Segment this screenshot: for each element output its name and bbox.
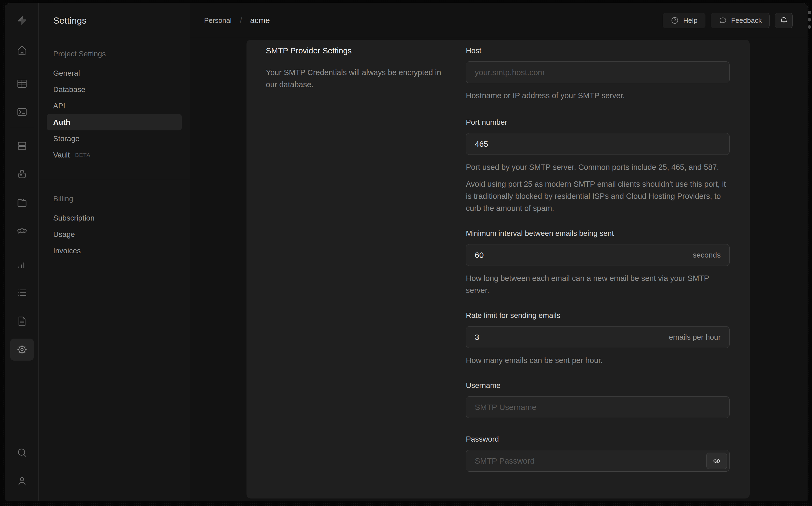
rate-limit-input[interactable]	[475, 327, 664, 348]
nav-divider	[39, 179, 190, 179]
port-input-shell	[466, 133, 730, 155]
username-label: Username	[466, 380, 730, 391]
storage-icon[interactable]	[16, 196, 28, 209]
password-field-group: Password	[466, 434, 730, 472]
interval-input[interactable]	[475, 244, 687, 266]
sidebar-item-database[interactable]: Database	[39, 81, 190, 98]
search-icon[interactable]	[16, 446, 28, 459]
beta-badge: BETA	[75, 147, 90, 163]
sidebar-item-usage[interactable]: Usage	[39, 226, 190, 243]
logs-icon[interactable]	[16, 286, 28, 299]
help-circle-icon	[670, 16, 679, 25]
port-field-group: Port number Port used by your SMTP serve…	[466, 117, 730, 215]
breadcrumb-project[interactable]: acme	[250, 16, 270, 25]
icon-rail	[5, 3, 39, 501]
host-help: Hostname or IP address of your SMTP serv…	[466, 90, 730, 102]
rail-divider	[10, 247, 34, 247]
username-input-shell	[466, 396, 730, 418]
page-title: Settings	[53, 15, 86, 26]
password-input[interactable]	[475, 450, 721, 472]
help-button[interactable]: Help	[663, 13, 705, 28]
nav-section-project-settings: Project Settings	[39, 48, 190, 60]
settings-sidebar: Settings Project Settings General Databa…	[39, 3, 190, 501]
interval-label: Minimum interval between emails being se…	[466, 228, 730, 239]
header-actions: Help Feedback	[663, 13, 793, 28]
host-input[interactable]	[475, 62, 721, 83]
auth-icon[interactable]	[16, 168, 28, 181]
rate-limit-unit: emails per hour	[664, 333, 721, 342]
host-input-shell	[466, 62, 730, 83]
reveal-password-button[interactable]	[707, 452, 727, 469]
app-window: Settings Project Settings General Databa…	[5, 3, 808, 501]
home-icon[interactable]	[16, 44, 28, 57]
table-editor-icon[interactable]	[16, 77, 28, 90]
supabase-logo-icon[interactable]	[16, 14, 28, 27]
api-docs-icon[interactable]	[16, 315, 28, 328]
sidebar-item-subscription[interactable]: Subscription	[39, 210, 190, 226]
nav-section-billing: Billing	[39, 193, 190, 204]
top-bar: Personal / acme Help	[190, 3, 808, 38]
rate-limit-field-group: Rate limit for sending emails emails per…	[466, 310, 730, 366]
rate-limit-label: Rate limit for sending emails	[466, 310, 730, 321]
breadcrumb-separator: /	[240, 15, 242, 25]
interval-field-group: Minimum interval between emails being se…	[466, 228, 730, 297]
rate-limit-input-shell: emails per hour	[466, 326, 730, 348]
main-area: Personal / acme Help	[190, 3, 808, 501]
username-field-group: Username	[466, 380, 730, 418]
host-label: Host	[466, 45, 730, 56]
interval-unit: seconds	[687, 251, 721, 259]
smtp-settings-panel: SMTP Provider Settings Your SMTP Credent…	[246, 40, 750, 499]
sidebar-item-invoices[interactable]: Invoices	[39, 243, 190, 259]
panel-title: SMTP Provider Settings	[266, 45, 466, 56]
sidebar-item-storage[interactable]: Storage	[39, 131, 190, 147]
sidebar-item-auth[interactable]: Auth	[47, 114, 182, 131]
reports-icon[interactable]	[16, 258, 28, 271]
feedback-button[interactable]: Feedback	[711, 13, 769, 28]
window-edge-scroll-dots[interactable]	[808, 11, 811, 29]
password-input-shell	[466, 450, 730, 472]
rate-limit-help: How many emails can be sent per hour.	[466, 354, 730, 366]
panel-intro: SMTP Provider Settings Your SMTP Credent…	[266, 45, 466, 499]
password-label: Password	[466, 434, 730, 445]
port-input[interactable]	[475, 133, 721, 155]
host-field-group: Host Hostname or IP address of your SMTP…	[466, 45, 730, 102]
content-area: SMTP Provider Settings Your SMTP Credent…	[190, 38, 808, 501]
port-help: Port used by your SMTP server. Common po…	[466, 161, 730, 173]
breadcrumb-org[interactable]: Personal	[204, 16, 232, 25]
sidebar-header: Settings	[39, 3, 190, 38]
port-label: Port number	[466, 117, 730, 128]
notifications-button[interactable]	[775, 13, 793, 28]
panel-description: Your SMTP Credentials will always be enc…	[266, 67, 454, 91]
port-note: Avoid using port 25 as modern SMTP email…	[466, 178, 730, 215]
sidebar-item-api[interactable]: API	[39, 98, 190, 114]
interval-input-shell: seconds	[466, 244, 730, 266]
sql-editor-icon[interactable]	[16, 105, 28, 118]
smtp-form: Host Hostname or IP address of your SMTP…	[466, 45, 730, 499]
eye-icon	[712, 456, 721, 465]
username-input[interactable]	[475, 397, 721, 418]
sidebar-item-vault[interactable]: Vault BETA	[39, 147, 190, 163]
database-icon[interactable]	[16, 140, 28, 152]
account-icon[interactable]	[16, 475, 28, 488]
settings-icon[interactable]	[10, 339, 34, 360]
breadcrumb: Personal / acme	[204, 15, 270, 25]
settings-nav: Project Settings General Database API Au…	[39, 38, 190, 259]
edge-functions-icon[interactable]	[16, 224, 28, 237]
sidebar-item-general[interactable]: General	[39, 65, 190, 81]
feedback-bubble-icon	[719, 16, 727, 25]
interval-help: How long between each email can a new em…	[466, 272, 730, 297]
bell-icon	[779, 16, 788, 25]
